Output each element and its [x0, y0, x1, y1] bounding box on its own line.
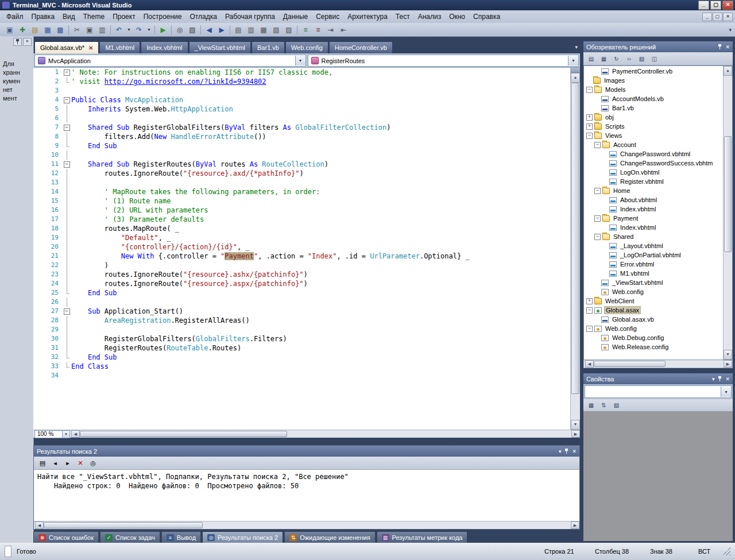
menu-item-4[interactable]: Проект [109, 11, 140, 22]
properties-window-icon[interactable]: ▥ [245, 24, 257, 36]
prev-result-icon[interactable]: ◂ [49, 457, 61, 469]
scrollbar-thumb[interactable] [80, 431, 287, 437]
tree-item[interactable]: −Views [584, 131, 724, 140]
tree-item[interactable]: −Models [584, 85, 724, 94]
tree-item[interactable]: −Global.asax [584, 306, 724, 315]
scroll-down-icon[interactable]: ▼ [571, 420, 580, 430]
scroll-right-icon[interactable]: ▶ [571, 430, 580, 438]
close-icon[interactable]: ✕ [23, 38, 32, 46]
tree-item-label[interactable]: Payment [612, 215, 639, 222]
cut-icon[interactable]: ✂ [71, 24, 83, 36]
clear-results-icon[interactable]: ✕ [74, 457, 87, 469]
tree-item-label[interactable]: obj [604, 114, 615, 121]
scroll-right-icon[interactable]: ▶ [724, 360, 732, 368]
pin-icon[interactable] [717, 44, 722, 50]
types-dropdown[interactable]: MvcApplication ▾ [34, 55, 306, 67]
tool-tab-0[interactable]: ⊗Список ошибок [33, 531, 99, 543]
tab-close-icon[interactable]: ✕ [88, 45, 93, 51]
doc-tab-5[interactable]: Web.config [285, 41, 328, 53]
menu-item-0[interactable]: Файл [2, 11, 28, 22]
fold-margin[interactable]: − [62, 95, 71, 105]
document-close-button[interactable]: ✕ [723, 13, 733, 21]
scrollbar-track[interactable] [80, 430, 570, 438]
close-icon[interactable]: ✕ [725, 376, 730, 382]
tree-item[interactable]: Index.vbhtml [584, 223, 724, 232]
copy-icon[interactable]: ▣ [83, 24, 96, 36]
tree-item[interactable]: M1.vbhtml [584, 269, 724, 278]
tree-item-label[interactable]: _LogOnPartial.vbhtml [619, 252, 682, 258]
menu-item-12[interactable]: Анализ [414, 11, 446, 22]
scrollbar-track[interactable] [724, 76, 732, 350]
tree-item[interactable]: ChangePasswordSuccess.vbhtm [584, 159, 724, 168]
maximize-button[interactable]: ▢ [710, 1, 721, 10]
scroll-left-icon[interactable]: ◀ [585, 360, 594, 368]
doc-tab-3[interactable]: _ViewStart.vbhtml [189, 41, 251, 53]
chevron-down-icon[interactable]: ▾ [721, 387, 731, 397]
tree-item-label[interactable]: Account [612, 141, 637, 148]
scrollbar-thumb[interactable] [571, 83, 579, 394]
window-menu-icon[interactable]: ▾ [712, 376, 715, 382]
goto-location-icon[interactable]: ▤ [36, 457, 49, 469]
close-icon[interactable]: ✕ [725, 44, 730, 50]
fold-margin[interactable]: − [62, 68, 71, 77]
tree-item-label[interactable]: Web.Release.config [611, 343, 670, 350]
tree-item[interactable]: Images [584, 76, 724, 85]
tree-item[interactable]: Bar1.vb [584, 103, 724, 113]
tree-item[interactable]: +WebClient [584, 296, 724, 306]
tree-item[interactable]: Web.Debug.config [584, 333, 724, 342]
document-restore-button[interactable]: ▢ [713, 13, 722, 21]
tree-item-label[interactable]: _Layout.vbhtml [619, 242, 664, 249]
undo-icon[interactable]: ↶ [113, 24, 125, 36]
menu-item-7[interactable]: Рабочая группа [221, 11, 279, 22]
tree-item[interactable]: About.vbhtml [584, 195, 724, 204]
menu-item-10[interactable]: Архитектура [343, 11, 392, 22]
code-editor[interactable]: 1−' Note: For instructions on enabling I… [33, 68, 571, 430]
menu-item-14[interactable]: Справка [469, 11, 504, 22]
tree-item-label[interactable]: ChangePasswordSuccess.vbhtm [619, 160, 714, 167]
tree-expander-icon[interactable]: + [586, 114, 593, 121]
start-debugging-icon[interactable]: ▶ [157, 24, 169, 36]
scroll-right-icon[interactable]: ▶ [571, 522, 579, 529]
redo-dropdown-icon[interactable]: ▾ [145, 24, 153, 36]
navigate-backward-icon[interactable]: ◀ [203, 24, 215, 36]
class-diagram-icon[interactable]: ◫ [648, 53, 660, 64]
tree-item[interactable]: −Shared [584, 232, 724, 241]
doc-tab-4[interactable]: Bar1.vb [252, 41, 285, 53]
tree-item[interactable]: +Scripts [584, 122, 724, 131]
save-all-icon[interactable]: ▩ [54, 24, 67, 36]
document-minimize-button[interactable]: _ [702, 13, 712, 21]
tree-item-label[interactable]: ChangePassword.vbhtml [619, 150, 691, 157]
tree-item-label[interactable]: WebClient [604, 298, 636, 304]
menu-item-5[interactable]: Построение [140, 11, 186, 22]
tree-item[interactable]: _Layout.vbhtml [584, 241, 724, 250]
minimize-button[interactable]: _ [698, 1, 709, 10]
find-icon[interactable]: ◎ [173, 24, 186, 36]
tree-expander-icon[interactable]: − [594, 215, 601, 222]
scrollbar-thumb[interactable] [594, 361, 666, 367]
menu-item-11[interactable]: Тест [392, 11, 414, 22]
tool-tab-4[interactable]: ⇅Ожидающие изменения [284, 531, 375, 543]
scroll-left-icon[interactable]: ◀ [35, 522, 44, 529]
tree-item-label[interactable]: M1.vbhtml [619, 270, 651, 277]
tree-item-label[interactable]: Views [604, 132, 623, 139]
refresh-icon[interactable]: ↻ [610, 53, 622, 64]
outdent-icon[interactable]: ⇤ [337, 24, 350, 36]
window-menu-icon[interactable]: ▾ [559, 449, 562, 454]
doc-tab-6[interactable]: HomeController.vb [329, 41, 393, 53]
tree-item-label[interactable]: _ViewStart.vbhtml [611, 279, 664, 286]
scrollbar-track[interactable] [594, 360, 722, 368]
close-icon[interactable]: ✕ [572, 449, 577, 454]
pin-icon[interactable] [13, 38, 22, 46]
indent-icon[interactable]: ⇥ [324, 24, 337, 36]
output-window-icon[interactable]: ▨ [283, 24, 295, 36]
find-again-icon[interactable]: ◎ [87, 457, 99, 469]
tree-expander-icon[interactable]: − [594, 142, 601, 148]
tree-item[interactable]: Register.vbhtml [584, 177, 724, 186]
zoom-select[interactable]: 100 % ▾ [34, 430, 70, 438]
open-file-icon[interactable]: ▤ [29, 24, 41, 36]
tree-item-label[interactable]: Scripts [604, 123, 626, 130]
tree-item[interactable]: Error.vbhtml [584, 260, 724, 269]
comment-icon[interactable]: ≡ [299, 24, 312, 36]
menu-item-3[interactable]: Theme [79, 11, 109, 22]
scroll-down-icon[interactable]: ▼ [724, 350, 732, 360]
